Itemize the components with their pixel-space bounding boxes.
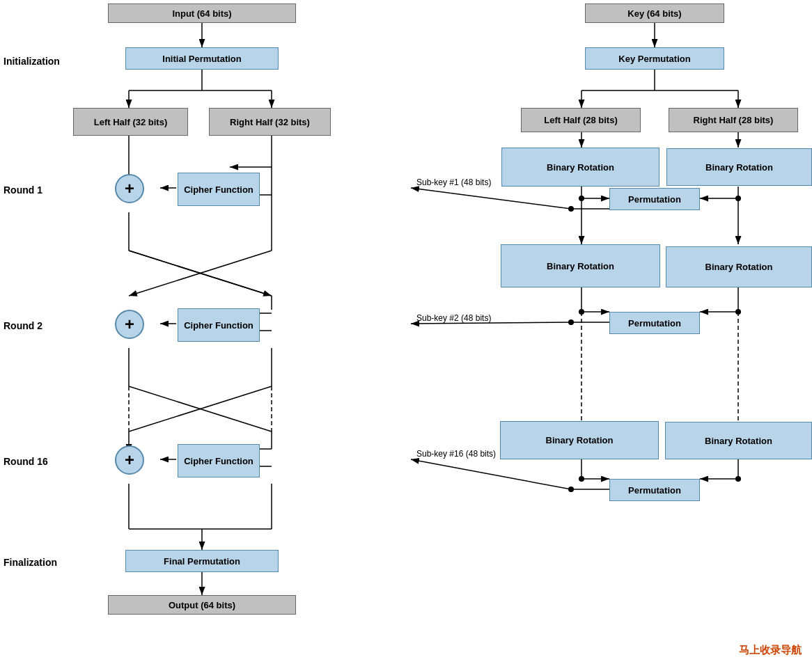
binary-rotation-right16: Binary Rotation — [665, 422, 812, 459]
svg-line-26 — [129, 386, 272, 432]
svg-point-69 — [579, 476, 584, 482]
watermark: 马上收录导航 — [739, 644, 802, 657]
xor-circle-round16: + — [115, 445, 144, 475]
initial-permutation-box: Initial Permutation — [125, 47, 279, 70]
svg-line-74 — [411, 459, 571, 489]
left-half-28-box: Left Half (28 bits) — [521, 108, 641, 132]
input-box: Input (64 bits) — [108, 3, 296, 23]
permutation2-box: Permutation — [609, 312, 700, 334]
svg-line-52 — [411, 188, 571, 209]
right-half-32-box: Right Half (32 bits) — [209, 108, 331, 136]
svg-point-72 — [735, 476, 741, 482]
svg-line-17 — [129, 251, 272, 296]
binary-rotation-left2: Binary Rotation — [501, 244, 660, 287]
permutation16-box: Permutation — [609, 479, 700, 501]
svg-point-53 — [568, 206, 574, 212]
svg-point-64 — [568, 319, 574, 325]
xor-circle-round2: + — [115, 310, 144, 339]
svg-line-25 — [129, 386, 272, 432]
round1-label: Round 1 — [3, 184, 42, 196]
permutation1-box: Permutation — [609, 188, 700, 210]
final-permutation-box: Final Permutation — [125, 550, 279, 572]
cipher-function-round2: Cipher Function — [178, 308, 260, 342]
subkey16-label: Sub-key #16 (48 bits) — [416, 449, 496, 459]
round2-label: Round 2 — [3, 320, 42, 331]
round16-label: Round 16 — [3, 456, 48, 467]
binary-rotation-left1: Binary Rotation — [501, 148, 659, 187]
subkey2-label: Sub-key #2 (48 bits) — [416, 313, 491, 323]
initialization-label: Initialization — [3, 56, 60, 67]
right-half-28-box: Right Half (28 bits) — [669, 108, 798, 132]
binary-rotation-right2: Binary Rotation — [666, 246, 812, 287]
binary-rotation-right1: Binary Rotation — [666, 148, 812, 186]
key-permutation-box: Key Permutation — [585, 47, 724, 70]
left-half-32-box: Left Half (32 bits) — [73, 108, 188, 136]
svg-point-50 — [735, 196, 741, 201]
svg-point-58 — [579, 309, 584, 315]
cipher-function-round16: Cipher Function — [178, 444, 260, 477]
output-box: Output (64 bits) — [108, 595, 296, 615]
binary-rotation-left16: Binary Rotation — [500, 421, 659, 459]
cipher-function-round1: Cipher Function — [178, 173, 260, 206]
svg-point-61 — [735, 309, 741, 315]
subkey1-label: Sub-key #1 (48 bits) — [416, 177, 491, 187]
diagram-container: Input (64 bits) Initial Permutation Left… — [0, 0, 812, 664]
xor-circle-round1: + — [115, 174, 144, 203]
svg-line-16 — [129, 251, 272, 296]
finalization-label: Finalization — [3, 557, 57, 568]
key-box: Key (64 bits) — [585, 3, 724, 23]
svg-point-47 — [579, 196, 584, 201]
svg-line-15 — [129, 251, 272, 296]
svg-point-75 — [568, 487, 574, 492]
